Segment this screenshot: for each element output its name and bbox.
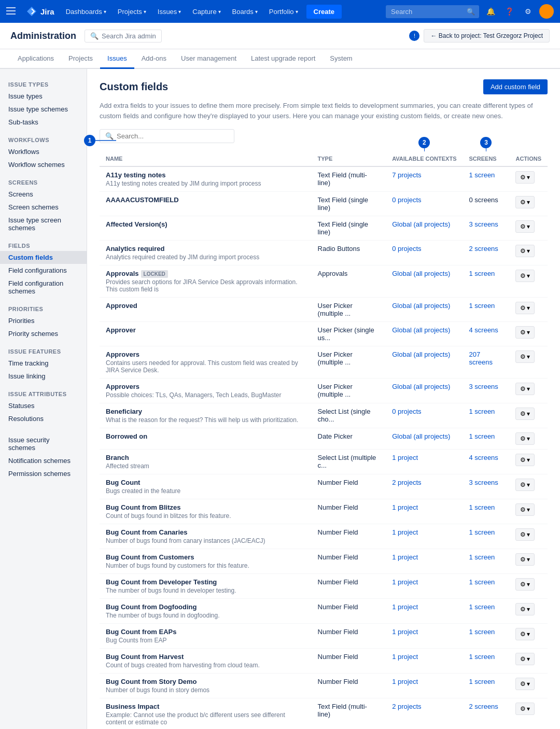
global-search-input[interactable] bbox=[386, 5, 479, 18]
help-icon[interactable]: ❓ bbox=[502, 4, 516, 19]
field-screens[interactable]: 3 screens bbox=[463, 216, 509, 241]
field-screens[interactable]: 207 screens bbox=[463, 346, 509, 378]
sidebar-item-screen-schemes[interactable]: Screen schemes bbox=[0, 201, 87, 214]
create-button[interactable]: Create bbox=[306, 5, 342, 19]
field-contexts[interactable]: 7 projects bbox=[386, 166, 463, 192]
field-action-button[interactable]: ⚙ ▾ bbox=[515, 383, 535, 395]
sidebar-item-custom-fields[interactable]: Custom fields bbox=[0, 251, 87, 264]
field-contexts[interactable]: Global (all projects) bbox=[386, 378, 463, 403]
field-action-button[interactable]: ⚙ ▾ bbox=[515, 553, 535, 566]
screens-link[interactable]: 1 screen bbox=[469, 553, 495, 561]
nav-dashboards[interactable]: Dashboards ▾ bbox=[61, 5, 111, 19]
sidebar-item-field-configurations[interactable]: Field configurations bbox=[0, 264, 87, 277]
screens-link[interactable]: 1 screen bbox=[469, 578, 495, 586]
nav-projects[interactable]: Projects ▾ bbox=[113, 5, 151, 19]
screens-link[interactable]: 1 screen bbox=[469, 302, 495, 310]
screens-link[interactable]: 1 screen bbox=[469, 678, 495, 685]
field-contexts[interactable]: 1 project bbox=[386, 599, 463, 624]
screens-link[interactable]: 1 screen bbox=[469, 171, 495, 179]
tab-system[interactable]: System bbox=[323, 49, 359, 69]
context-link[interactable]: Global (all projects) bbox=[392, 326, 450, 334]
field-contexts[interactable]: 1 project bbox=[386, 674, 463, 698]
screens-link[interactable]: 2 screens bbox=[469, 245, 498, 253]
sidebar-item-priorities[interactable]: Priorities bbox=[0, 314, 87, 327]
context-link[interactable]: Global (all projects) bbox=[392, 383, 450, 390]
field-screens[interactable]: 1 screen bbox=[463, 403, 509, 428]
field-contexts[interactable]: 1 project bbox=[386, 549, 463, 574]
tab-latest-upgrade[interactable]: Latest upgrade report bbox=[244, 49, 323, 69]
field-screens[interactable]: 2 screens bbox=[463, 241, 509, 265]
field-screens[interactable]: 3 screens bbox=[463, 378, 509, 403]
sidebar-item-screens[interactable]: Screens bbox=[0, 188, 87, 201]
field-action-button[interactable]: ⚙ ▾ bbox=[515, 578, 535, 591]
screens-link[interactable]: 1 screen bbox=[469, 432, 495, 440]
tab-projects[interactable]: Projects bbox=[61, 49, 100, 69]
context-link[interactable]: 1 project bbox=[392, 603, 418, 611]
field-contexts[interactable]: 2 projects bbox=[386, 698, 463, 730]
settings-icon[interactable]: ⚙ bbox=[521, 4, 535, 19]
sidebar-item-issue-linking[interactable]: Issue linking bbox=[0, 370, 87, 383]
screens-link[interactable]: 207 screens bbox=[469, 351, 493, 366]
screens-link[interactable]: 1 screen bbox=[469, 503, 495, 511]
field-screens[interactable]: 1 screen bbox=[463, 298, 509, 322]
hamburger-icon[interactable] bbox=[6, 4, 21, 19]
screens-link[interactable]: 2 screens bbox=[469, 703, 498, 710]
field-screens[interactable]: 4 screens bbox=[463, 450, 509, 474]
admin-search[interactable]: 🔍 Search Jira admin bbox=[85, 30, 162, 43]
field-action-button[interactable]: ⚙ ▾ bbox=[515, 270, 535, 282]
screens-link[interactable]: 1 screen bbox=[469, 408, 495, 415]
context-link[interactable]: 7 projects bbox=[392, 171, 421, 179]
context-link[interactable]: 2 projects bbox=[392, 703, 421, 710]
field-action-button[interactable]: ⚙ ▾ bbox=[515, 432, 535, 445]
field-search-box[interactable]: 🔍 bbox=[100, 129, 234, 143]
sidebar-item-resolutions[interactable]: Resolutions bbox=[0, 412, 87, 425]
screens-link[interactable]: 1 screen bbox=[469, 653, 495, 661]
sidebar-item-workflows[interactable]: Workflows bbox=[0, 145, 87, 158]
field-screens[interactable]: 1 screen bbox=[463, 499, 509, 524]
field-screens[interactable]: 4 screens bbox=[463, 322, 509, 346]
field-contexts[interactable]: 1 project bbox=[386, 450, 463, 474]
back-to-project-button[interactable]: ← Back to project: Test Grzegorz Project bbox=[424, 29, 550, 43]
sidebar-item-issue-types[interactable]: Issue types bbox=[0, 90, 87, 103]
sidebar-item-time-tracking[interactable]: Time tracking bbox=[0, 357, 87, 370]
sidebar-item-issue-type-screen-schemes[interactable]: Issue type screen schemes bbox=[0, 214, 87, 234]
field-contexts[interactable]: 1 project bbox=[386, 649, 463, 674]
field-screens[interactable]: 0 screens bbox=[463, 192, 509, 216]
nav-capture[interactable]: Capture ▾ bbox=[187, 5, 226, 19]
sidebar-item-issue-security-schemes[interactable]: Issue security schemes bbox=[0, 433, 87, 454]
sidebar-item-priority-schemes[interactable]: Priority schemes bbox=[0, 327, 87, 340]
tab-addons[interactable]: Add-ons bbox=[134, 49, 174, 69]
screens-link[interactable]: 3 screens bbox=[469, 479, 498, 486]
field-screens[interactable]: 1 screen bbox=[463, 649, 509, 674]
context-link[interactable]: 1 project bbox=[392, 678, 418, 685]
field-action-button[interactable]: ⚙ ▾ bbox=[515, 408, 535, 420]
screens-link[interactable]: 3 screens bbox=[469, 220, 498, 228]
field-action-button[interactable]: ⚙ ▾ bbox=[515, 302, 535, 314]
screens-link[interactable]: 1 screen bbox=[469, 528, 495, 536]
sidebar-item-statuses[interactable]: Statuses bbox=[0, 399, 87, 412]
field-action-button[interactable]: ⚙ ▾ bbox=[515, 603, 535, 615]
field-action-button[interactable]: ⚙ ▾ bbox=[515, 171, 535, 184]
context-link[interactable]: Global (all projects) bbox=[392, 302, 450, 310]
sidebar-item-workflow-schemes[interactable]: Workflow schemes bbox=[0, 158, 87, 171]
context-link[interactable]: 1 project bbox=[392, 454, 418, 461]
field-contexts[interactable]: Global (all projects) bbox=[386, 428, 463, 450]
field-action-button[interactable]: ⚙ ▾ bbox=[515, 528, 535, 541]
field-action-button[interactable]: ⚙ ▾ bbox=[515, 454, 535, 466]
field-screens[interactable]: 1 screen bbox=[463, 265, 509, 298]
jira-logo[interactable]: Jira bbox=[6, 4, 54, 19]
field-screens[interactable]: 1 screen bbox=[463, 428, 509, 450]
field-contexts[interactable]: Global (all projects) bbox=[386, 265, 463, 298]
field-contexts[interactable]: 1 project bbox=[386, 524, 463, 549]
field-action-button[interactable]: ⚙ ▾ bbox=[515, 326, 535, 339]
context-link[interactable]: 1 project bbox=[392, 653, 418, 661]
nav-boards[interactable]: Boards ▾ bbox=[227, 5, 263, 19]
tab-user-management[interactable]: User management bbox=[174, 49, 244, 69]
field-action-button[interactable]: ⚙ ▾ bbox=[515, 703, 535, 715]
nav-portfolio[interactable]: Portfolio ▾ bbox=[264, 5, 303, 19]
field-action-button[interactable]: ⚙ ▾ bbox=[515, 479, 535, 491]
field-action-button[interactable]: ⚙ ▾ bbox=[515, 220, 535, 233]
field-action-button[interactable]: ⚙ ▾ bbox=[515, 196, 535, 208]
context-link[interactable]: 1 project bbox=[392, 528, 418, 536]
field-contexts[interactable]: Global (all projects) bbox=[386, 298, 463, 322]
